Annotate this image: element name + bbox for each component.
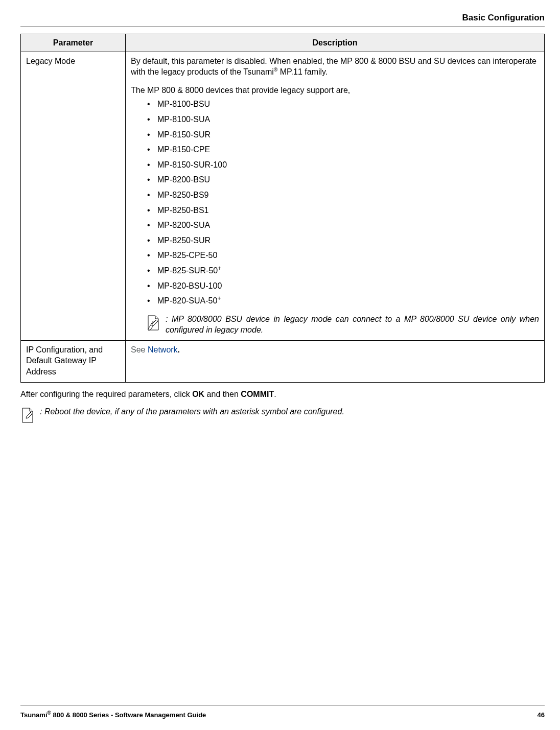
ok-label: OK bbox=[192, 390, 204, 398]
header-divider bbox=[20, 26, 545, 27]
list-item: MP-8150-SUR-100 bbox=[131, 159, 539, 171]
text: and then bbox=[204, 390, 241, 398]
commit-label: COMMIT bbox=[241, 390, 274, 398]
note-icon bbox=[20, 407, 35, 425]
table-header-description: Description bbox=[126, 34, 545, 52]
reboot-note: : Reboot the device, if any of the param… bbox=[20, 406, 545, 425]
table-header-parameter: Parameter bbox=[21, 34, 126, 52]
note-text: : MP 800/8000 BSU device in legacy mode … bbox=[166, 314, 539, 336]
list-item: MP-825-SUR-50+ bbox=[131, 265, 539, 276]
list-item: MP-8200-BSU bbox=[131, 174, 539, 185]
note-icon bbox=[146, 315, 160, 332]
description-cell: By default, this parameter is disabled. … bbox=[126, 52, 545, 340]
period: . bbox=[178, 345, 180, 354]
list-item: MP-820-BSU-100 bbox=[131, 280, 539, 292]
instruction-paragraph: After configuring the required parameter… bbox=[20, 390, 545, 399]
desc-text: MP.11 family. bbox=[277, 67, 328, 76]
list-item: MP-8250-BS1 bbox=[131, 205, 539, 216]
footer-brand: Tsunami bbox=[20, 711, 48, 719]
list-item-text: MP-820-SUA-50 bbox=[157, 296, 217, 305]
footer-title: 800 & 8000 Series - Software Management … bbox=[51, 711, 206, 719]
footer-divider bbox=[20, 705, 545, 706]
list-item-text: MP-825-SUR-50 bbox=[157, 266, 218, 275]
list-item: MP-8100-SUA bbox=[131, 114, 539, 125]
list-item: MP-8250-BS9 bbox=[131, 190, 539, 201]
registered-mark: ® bbox=[48, 710, 51, 716]
page-number: 46 bbox=[538, 711, 545, 719]
table-row-legacy-mode: Legacy Mode By default, this parameter i… bbox=[21, 52, 545, 340]
footer-left: Tsunami® 800 & 8000 Series - Software Ma… bbox=[20, 711, 206, 719]
desc-text: By default, this parameter is disabled. … bbox=[131, 57, 536, 77]
text: . bbox=[274, 390, 276, 398]
list-item: MP-8200-SUA bbox=[131, 220, 539, 231]
list-item: MP-825-CPE-50 bbox=[131, 250, 539, 261]
table-row-ip-configuration: IP Configuration, and Default Gateway IP… bbox=[21, 340, 545, 382]
list-item: MP-8150-SUR bbox=[131, 129, 539, 140]
list-item: MP-8250-SUR bbox=[131, 235, 539, 246]
parameter-cell: Legacy Mode bbox=[21, 52, 126, 340]
parameter-cell: IP Configuration, and Default Gateway IP… bbox=[21, 340, 126, 382]
list-item: MP-820-SUA-50+ bbox=[131, 295, 539, 307]
table-header-row: Parameter Description bbox=[21, 34, 545, 52]
note-text: : Reboot the device, if any of the param… bbox=[40, 406, 344, 417]
page-footer: Tsunami® 800 & 8000 Series - Software Ma… bbox=[20, 705, 545, 719]
device-list: MP-8100-BSU MP-8100-SUA MP-8150-SUR MP-8… bbox=[131, 99, 539, 306]
network-link[interactable]: Network bbox=[148, 345, 178, 354]
desc-paragraph: By default, this parameter is disabled. … bbox=[131, 56, 539, 78]
plus-superscript: + bbox=[217, 295, 221, 302]
list-item: MP-8150-CPE bbox=[131, 144, 539, 155]
text: After configuring the required parameter… bbox=[20, 390, 192, 398]
section-header: Basic Configuration bbox=[20, 13, 545, 23]
description-cell: See Network. bbox=[126, 340, 545, 382]
see-text: See bbox=[131, 345, 148, 354]
list-item: MP-8100-BSU bbox=[131, 99, 539, 110]
plus-superscript: + bbox=[218, 265, 221, 272]
desc-paragraph: The MP 800 & 8000 devices that provide l… bbox=[131, 85, 539, 96]
note-block: : MP 800/8000 BSU device in legacy mode … bbox=[131, 314, 539, 336]
parameters-table: Parameter Description Legacy Mode By def… bbox=[20, 34, 545, 383]
